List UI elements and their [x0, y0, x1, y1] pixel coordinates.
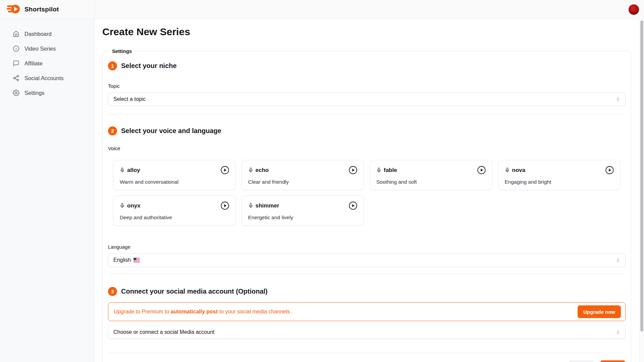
main-content: Create New Series Settings 1 Select your…: [95, 19, 639, 362]
microphone-icon: [505, 168, 510, 173]
voice-card-fable[interactable]: fable Soothing and soft: [370, 160, 492, 190]
voice-card-shimmer[interactable]: shimmer Energetic and lively: [241, 195, 364, 226]
footer-primary-button[interactable]: [600, 360, 626, 362]
language-label: Language: [108, 244, 626, 250]
chevron-up-down-icon: [615, 258, 621, 263]
voice-card-alloy[interactable]: alloy Warm and conversational: [113, 160, 236, 190]
play-voice-button[interactable]: [477, 166, 486, 175]
microphone-icon: [248, 168, 253, 173]
microphone-icon: [120, 203, 125, 208]
footer-secondary-button[interactable]: [569, 360, 594, 362]
social-account-select-value: Choose or connect a social Media account: [113, 329, 215, 335]
topic-label: Topic: [108, 83, 626, 89]
microphone-icon: [376, 168, 381, 173]
sidebar-item-social-accounts[interactable]: Social Accounts: [0, 71, 94, 85]
microphone-icon: [120, 168, 125, 173]
topic-select[interactable]: Select a topic: [108, 93, 626, 106]
info-circle-icon: [13, 45, 19, 52]
upgrade-now-button[interactable]: Upgrade now: [578, 305, 621, 318]
step-2-header: 2 Select your voice and language: [108, 126, 626, 135]
sidebar-nav: Dashboard Video Series Affiliate Social …: [0, 19, 94, 100]
sidebar-item-label: Video Series: [24, 46, 56, 52]
sidebar-header: Shortspilot: [0, 0, 94, 19]
voice-description: Deep and authoritative: [120, 215, 229, 221]
step-3-badge: 3: [108, 287, 117, 296]
user-avatar[interactable]: [629, 4, 639, 15]
step-2-title: Select your voice and language: [121, 127, 221, 135]
voice-name: alloy: [127, 167, 140, 174]
chat-bubble-icon: [13, 60, 19, 67]
section-divider: [108, 114, 626, 114]
step-1-header: 1 Select your niche: [108, 61, 626, 70]
voice-description: Energetic and lively: [248, 215, 358, 221]
chevron-up-down-icon: [615, 97, 621, 102]
language-select[interactable]: English: [108, 253, 626, 267]
settings-fieldset: Settings 1 Select your niche Topic Selec…: [102, 48, 631, 362]
voice-card-onyx[interactable]: onyx Deep and authoritative: [113, 195, 236, 226]
brand-logo-icon: [7, 4, 20, 15]
upgrade-banner: Upgrade to Premium to automatically post…: [108, 302, 626, 321]
topbar: [95, 0, 644, 19]
footer-actions: [108, 360, 626, 362]
sidebar-item-dashboard[interactable]: Dashboard: [0, 26, 94, 41]
sidebar-item-label: Dashboard: [24, 31, 52, 37]
voice-name: onyx: [127, 202, 141, 209]
play-voice-button[interactable]: [220, 201, 229, 210]
gear-icon: [13, 89, 19, 96]
microphone-icon: [248, 203, 253, 208]
voice-card-echo[interactable]: echo Clear and friendly: [241, 160, 364, 190]
page-title: Create New Series: [102, 26, 639, 38]
vertical-scrollbar[interactable]: [639, 19, 644, 362]
play-voice-button[interactable]: [605, 166, 614, 175]
play-voice-button[interactable]: [348, 166, 358, 175]
voice-card-nova[interactable]: nova Engaging and bright: [498, 160, 621, 190]
section-divider: [108, 274, 626, 274]
voice-name: echo: [256, 167, 269, 174]
topic-select-value: Select a topic: [113, 96, 146, 102]
home-icon: [13, 31, 19, 37]
sidebar-item-label: Settings: [24, 90, 45, 96]
sidebar-item-label: Affiliate: [24, 60, 43, 67]
voice-description: Warm and conversational: [120, 179, 229, 185]
brand-name: Shortspilot: [24, 6, 59, 13]
voice-name: fable: [384, 167, 397, 174]
voice-description: Soothing and soft: [376, 179, 486, 185]
voice-description: Clear and friendly: [248, 179, 358, 185]
sidebar: Shortspilot Dashboard Video Series Affil…: [0, 0, 95, 362]
step-3-title: Connect your social media account (Optio…: [121, 288, 268, 295]
scrollbar-thumb[interactable]: [640, 20, 643, 331]
step-2-badge: 2: [108, 126, 117, 135]
sidebar-item-affiliate[interactable]: Affiliate: [0, 56, 94, 71]
footer-divider: [108, 353, 626, 353]
us-flag-icon: [133, 258, 140, 262]
step-3-header: 3 Connect your social media account (Opt…: [108, 287, 626, 296]
upgrade-banner-text: Upgrade to Premium to automatically post…: [114, 309, 293, 315]
step-1-badge: 1: [108, 61, 117, 70]
chevron-up-down-icon: [615, 330, 621, 335]
social-account-select[interactable]: Choose or connect a social Media account: [108, 325, 626, 339]
play-voice-button[interactable]: [348, 201, 358, 210]
voice-name: nova: [512, 167, 526, 174]
settings-legend: Settings: [110, 48, 134, 54]
sidebar-item-settings[interactable]: Settings: [0, 85, 94, 100]
language-select-value: English: [113, 257, 131, 263]
play-voice-button[interactable]: [220, 166, 229, 175]
voice-label: Voice: [108, 145, 626, 151]
voice-name: shimmer: [256, 202, 279, 209]
sidebar-item-label: Social Accounts: [24, 75, 63, 81]
voice-description: Engaging and bright: [505, 179, 614, 185]
step-1-title: Select your niche: [121, 62, 177, 70]
share-icon: [13, 75, 19, 81]
sidebar-item-video-series[interactable]: Video Series: [0, 41, 94, 56]
voice-grid: alloy Warm and conversational echo Clear…: [113, 160, 621, 226]
